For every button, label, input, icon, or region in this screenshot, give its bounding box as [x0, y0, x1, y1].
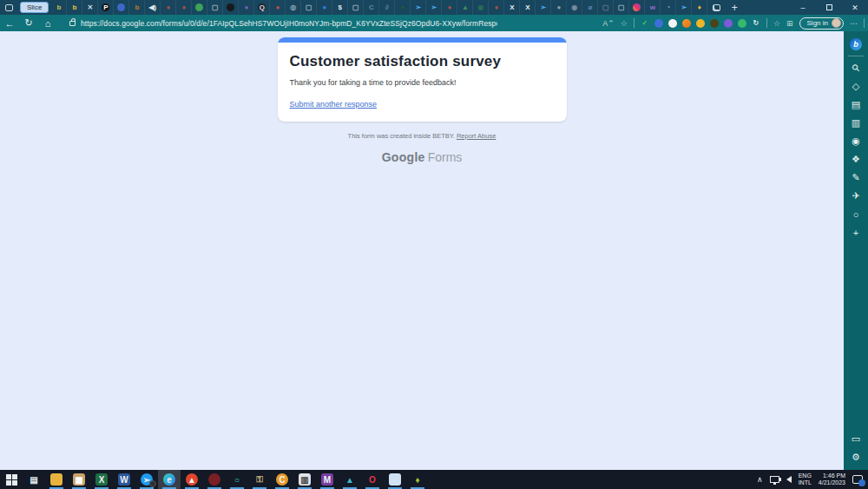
task-view-icon[interactable]: ▤: [23, 470, 45, 489]
start-button[interactable]: [0, 470, 23, 489]
favicon-tab-blue-square[interactable]: [114, 0, 129, 15]
favicon-tab-doc[interactable]: ▢: [348, 0, 364, 15]
action-center-icon[interactable]: [852, 475, 863, 484]
extension-shield[interactable]: [654, 19, 663, 28]
favicon-tab-twitter[interactable]: ➢: [411, 0, 426, 15]
favicon-tab-doc[interactable]: ▢: [301, 0, 317, 15]
favicon-tab-dark-pill[interactable]: [223, 0, 239, 15]
extension-dark[interactable]: [710, 19, 719, 28]
excel-icon[interactable]: X: [90, 470, 113, 489]
favicon-tab-ring[interactable]: ◎: [286, 0, 301, 15]
favicon-tab-b-orange[interactable]: b: [129, 0, 145, 15]
coin-app-icon[interactable]: C: [271, 470, 293, 489]
favicon-tab-x[interactable]: X: [520, 0, 536, 15]
sidebar-drop-icon[interactable]: ✈: [846, 187, 865, 205]
favicon-tab-c[interactable]: C: [364, 0, 379, 15]
word-icon[interactable]: W: [113, 470, 135, 489]
tab-slice[interactable]: Slice: [20, 2, 49, 13]
favicon-tab-red-dot[interactable]: ●: [489, 0, 504, 15]
opera-icon[interactable]: O: [361, 470, 384, 489]
report-abuse-link[interactable]: Report Abuse: [457, 132, 496, 140]
minimize-button[interactable]: –: [790, 0, 816, 15]
teal-triangle-app-icon[interactable]: ▲: [339, 470, 361, 489]
favicon-tab-doc[interactable]: ▢: [207, 0, 223, 15]
key-app-icon[interactable]: ⚿: [248, 470, 271, 489]
collections-icon[interactable]: ⊞: [786, 19, 793, 28]
favicon-tab-yellow-diamond[interactable]: ♦: [692, 0, 707, 15]
favicon-tab-phi[interactable]: ø: [582, 0, 598, 15]
new-tab-button[interactable]: +: [725, 1, 744, 14]
favicon-tab-p[interactable]: P: [98, 0, 114, 15]
sidebar-search-icon[interactable]: ⚲: [846, 59, 865, 77]
favicon-tab-b-olive[interactable]: b: [51, 0, 67, 15]
purple-m-app-icon[interactable]: M: [316, 470, 339, 489]
extension-green[interactable]: [738, 19, 746, 28]
current-tab-close[interactable]: ✕: [82, 0, 98, 15]
tab-list-button[interactable]: [707, 1, 725, 14]
settings-menu-icon[interactable]: ⋯: [850, 19, 858, 28]
favicon-tab-twitter[interactable]: ➢: [426, 0, 442, 15]
sidebar-compose-icon[interactable]: ✎: [846, 169, 865, 187]
sidebar-tools-icon[interactable]: ▤: [846, 96, 865, 114]
close-button[interactable]: ✕: [842, 0, 868, 15]
favicon-tab-doc[interactable]: ▢: [614, 0, 629, 15]
add-favorite-icon[interactable]: ☆: [621, 19, 628, 28]
refresh-button[interactable]: ↻: [19, 17, 38, 29]
extension-puzzle[interactable]: [724, 19, 733, 28]
favorites-icon[interactable]: ☆: [773, 19, 780, 28]
read-aloud-icon[interactable]: A⌃: [602, 19, 615, 28]
extension-orange[interactable]: [682, 19, 691, 28]
favicon-tab-twitter[interactable]: ➢: [676, 0, 692, 15]
edge-icon[interactable]: e: [158, 470, 181, 489]
sidebar-shape-icon[interactable]: ○: [846, 205, 865, 223]
favicon-tab-green-ring[interactable]: ◉: [473, 0, 489, 15]
favicon-tab-purple-dot[interactable]: ●: [239, 0, 254, 15]
favicon-tab-red-dot[interactable]: ●: [161, 0, 176, 15]
favicon-tab-gray-dot[interactable]: ●: [551, 0, 567, 15]
sidebar-shopping-icon[interactable]: ◇: [846, 77, 865, 96]
favicon-tab-green-triangle[interactable]: ▲: [457, 0, 473, 15]
restore-button[interactable]: [816, 0, 842, 15]
blue-box-app-icon[interactable]: [384, 470, 406, 489]
favicon-tab-q[interactable]: Q: [254, 0, 270, 15]
sidebar-apps-icon[interactable]: ❖: [846, 150, 865, 169]
favicon-tab-gray-ring[interactable]: ◉: [567, 0, 582, 15]
favicon-tab-red-dot[interactable]: ●: [442, 0, 457, 15]
green-diamond-app-icon[interactable]: ♦: [406, 470, 429, 489]
volume-icon[interactable]: [786, 476, 792, 483]
teal-ring-app-icon[interactable]: ○: [226, 470, 248, 489]
favicon-tab-clock[interactable]: ◔: [661, 0, 676, 15]
sidebar-finance-icon[interactable]: ▥: [846, 114, 865, 132]
favicon-tab-dollar[interactable]: $: [332, 0, 348, 15]
favicon-tab-w-purple[interactable]: w: [645, 0, 661, 15]
window-app-icon[interactable]: ▥: [293, 470, 316, 489]
bing-chat-button[interactable]: b: [846, 35, 865, 53]
hidden-icons-button[interactable]: ∧: [757, 475, 763, 484]
extension-yellow[interactable]: [696, 19, 705, 28]
address-bar[interactable]: https://docs.google.com/forms/u/0/d/e/1F…: [81, 19, 497, 28]
sidebar-add-icon[interactable]: +: [846, 223, 865, 241]
favicon-tab-speaker[interactable]: ◀): [145, 0, 161, 15]
sidebar-games-icon[interactable]: ◉: [846, 132, 865, 150]
favicon-tab-red-dot[interactable]: ●: [176, 0, 192, 15]
favicon-tab-green-dot[interactable]: ●: [395, 0, 411, 15]
back-button[interactable]: ←: [0, 18, 19, 29]
extension-check[interactable]: ✓: [641, 19, 649, 28]
brave-icon[interactable]: ▲: [181, 470, 203, 489]
favicon-tab-twitter[interactable]: ➢: [536, 0, 551, 15]
submit-another-response-link[interactable]: Submit another response: [290, 100, 378, 109]
store-icon[interactable]: ▦: [68, 470, 90, 489]
extension-pie[interactable]: [668, 19, 677, 28]
home-button[interactable]: ⌂: [38, 18, 57, 29]
favicon-tab-swirl[interactable]: ∂: [379, 0, 395, 15]
file-explorer-icon[interactable]: [45, 470, 68, 489]
sidebar-settings-icon[interactable]: ⚙: [846, 448, 865, 466]
twitter-icon[interactable]: ➢: [135, 470, 158, 489]
sign-in-button[interactable]: Sign in: [799, 17, 844, 30]
clock[interactable]: 1:46 PM 4/21/2023: [819, 472, 845, 486]
tab-actions-button[interactable]: [0, 1, 17, 14]
dark-red-app-icon[interactable]: [203, 470, 226, 489]
favicon-tab-instagram[interactable]: [629, 0, 645, 15]
favicon-tab-doc[interactable]: ▢: [598, 0, 614, 15]
favicon-tab-blue-globe[interactable]: ●: [317, 0, 332, 15]
